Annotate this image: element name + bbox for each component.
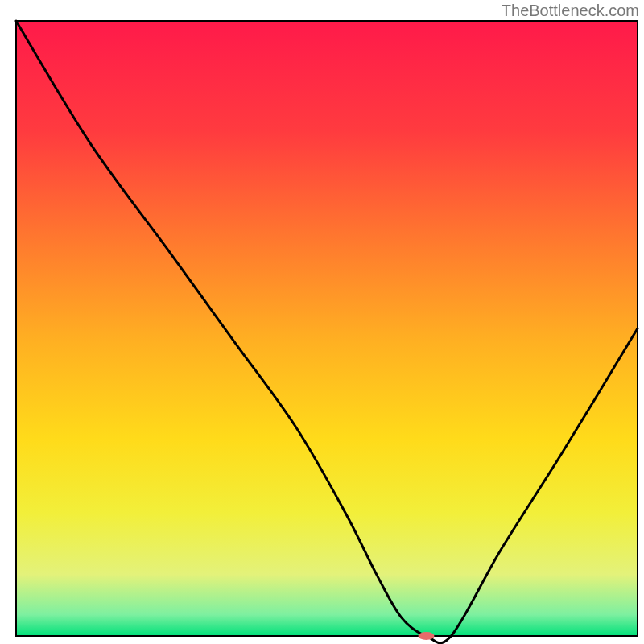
watermark-text: TheBottleneck.com bbox=[502, 2, 639, 20]
chart-container: TheBottleneck.com bbox=[0, 0, 644, 644]
plot-area bbox=[16, 21, 638, 643]
plot-background bbox=[16, 21, 638, 636]
bottleneck-chart bbox=[0, 0, 644, 644]
optimal-point-marker bbox=[419, 632, 435, 640]
